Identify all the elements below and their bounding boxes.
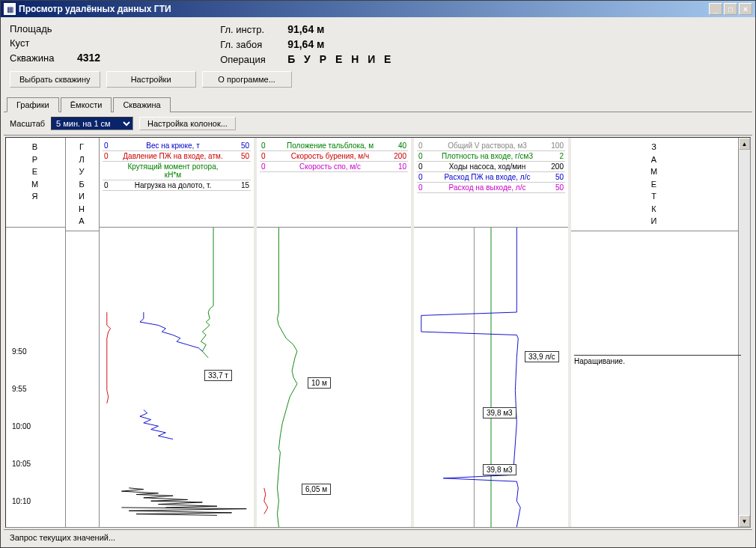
time-tick: 10:10 <box>12 497 31 505</box>
curve-label: 0Плотность на входе, г/см32 <box>417 151 565 162</box>
curve-label: 0Давление ПЖ на входе, атм.50 <box>103 151 251 162</box>
chart-annotation: 6,05 м <box>302 484 331 495</box>
curve-label: 0Нагрузка на долото, т.15 <box>103 180 251 191</box>
chart-annotation: 39,8 м3 <box>483 407 516 418</box>
chart-annotation: 10 м <box>308 377 331 389</box>
well-label: Скважина <box>10 52 77 64</box>
scale-row: Масштаб 5 мин. на 1 см Настройка колонок… <box>4 112 752 136</box>
track-3: 0Общий V раствора, м31000Плотность на вх… <box>414 138 571 527</box>
track-1-header: 0Вес на крюке, т500Давление ПЖ на входе,… <box>100 138 254 228</box>
app-window: ▦ Просмотр удалённых данных ГТИ _ □ × Пл… <box>0 0 756 548</box>
operation-value: Б У Р Е Н И Е <box>287 53 394 65</box>
curve-label: Крутящий момент ротора, кН*м <box>103 162 251 180</box>
close-button[interactable]: × <box>739 3 752 15</box>
curve-label: 0Ходы насоса, ход/мин200 <box>417 162 565 172</box>
titlebar: ▦ Просмотр удалённых данных ГТИ _ □ × <box>1 1 755 17</box>
curve-label: 0Вес на крюке, т50 <box>103 141 251 151</box>
chart-annotation: 33,7 т <box>204 370 232 381</box>
bush-label: Куст <box>10 37 77 49</box>
depth-column: ГЛУБИНА <box>66 138 100 527</box>
track-3-header: 0Общий V раствора, м31000Плотность на вх… <box>414 138 568 228</box>
window-title: Просмотр удалённых данных ГТИ <box>19 4 709 14</box>
curve-label: 0Скорость спо, м/с10 <box>260 162 408 172</box>
status-text: Запрос текущих значений... <box>10 533 115 542</box>
depth-header: ГЛУБИНА <box>66 138 99 231</box>
column-settings-button[interactable]: Настройка колонок... <box>139 117 236 130</box>
time-tick: 9:55 <box>12 385 26 393</box>
scroll-track[interactable] <box>739 150 750 515</box>
info-panel: Площадь Куст Скважина4312 Гл. инстр.91,6… <box>4 20 752 68</box>
chart-area: ВРЕМЯ 9:509:5510:0010:0510:1010:1510:20 … <box>5 137 751 528</box>
scroll-down-button[interactable]: ▼ <box>739 515 750 527</box>
vertical-scrollbar[interactable]: ▲ ▼ <box>738 138 750 527</box>
maximize-button[interactable]: □ <box>724 3 737 15</box>
toolbar: Выбрать скважину Настройки О программе..… <box>4 68 752 91</box>
notes-header: ЗАМЕТКИ <box>571 138 738 231</box>
tabs: Графики Ёмкости Скважина <box>4 97 752 112</box>
time-tick: 10:05 <box>12 460 31 468</box>
track-2-header: 0Положение тальблока, м400Скорость бурен… <box>257 138 411 228</box>
time-tick: 9:50 <box>12 347 26 356</box>
curve-label: 0Расход ПЖ на входе, л/с50 <box>417 172 565 183</box>
scale-label: Масштаб <box>10 119 45 128</box>
curve-label: 0Расход на выходе, л/с50 <box>417 183 565 193</box>
hole-depth-value: 91,64 м <box>287 38 324 50</box>
tab-tanks[interactable]: Ёмкости <box>61 97 112 112</box>
area-label: Площадь <box>10 23 77 34</box>
well-value: 4312 <box>77 52 100 64</box>
chart-annotation: 39,8 м3 <box>483 464 516 475</box>
hole-depth-label: Гл. забоя <box>220 39 287 50</box>
scroll-up-button[interactable]: ▲ <box>739 138 750 150</box>
tab-charts[interactable]: Графики <box>7 97 59 112</box>
time-column: ВРЕМЯ 9:509:5510:0010:0510:1010:1510:20 <box>6 138 66 527</box>
track-1: 0Вес на крюке, т500Давление ПЖ на входе,… <box>100 138 257 527</box>
curve-label: 0Положение тальблока, м40 <box>260 141 408 151</box>
tab-well[interactable]: Скважина <box>113 97 170 112</box>
notes-column: ЗАМЕТКИ Наращивание.Бурение. <box>571 138 738 527</box>
tool-depth-value: 91,64 м <box>287 23 324 35</box>
scale-select[interactable]: 5 мин. на 1 см <box>51 117 133 130</box>
settings-button[interactable]: Настройки <box>106 71 196 88</box>
tool-depth-label: Гл. инстр. <box>220 24 287 35</box>
time-tick: 10:00 <box>12 422 31 430</box>
curve-label: 0Скорость бурения, м/ч200 <box>260 151 408 162</box>
content-area: Площадь Куст Скважина4312 Гл. инстр.91,6… <box>1 17 755 547</box>
curve-label: 0Общий V раствора, м3100 <box>417 141 565 151</box>
operation-label: Операция <box>220 54 287 65</box>
about-button[interactable]: О программе... <box>202 71 292 88</box>
select-well-button[interactable]: Выбрать скважину <box>10 71 100 88</box>
app-icon: ▦ <box>4 3 16 15</box>
statusbar: Запрос текущих значений... <box>4 529 752 544</box>
note-entry: Наращивание. <box>574 355 741 365</box>
track-2: 0Положение тальблока, м400Скорость бурен… <box>257 138 414 527</box>
time-header: ВРЕМЯ <box>6 138 65 228</box>
chart-annotation: 33,9 л/с <box>525 351 559 362</box>
minimize-button[interactable]: _ <box>709 3 722 15</box>
